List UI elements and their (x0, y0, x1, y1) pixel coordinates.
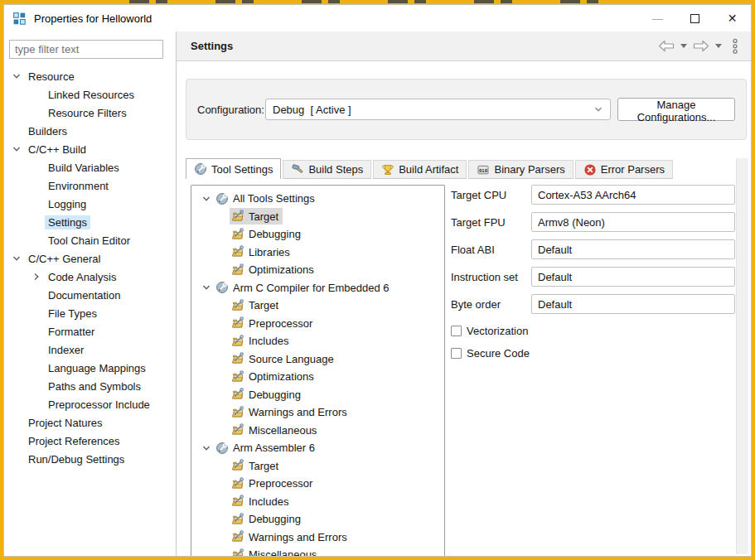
tool-tree-item[interactable]: Optimizations (191, 261, 444, 279)
target-form-fields: Target CPU Target FPU Float (451, 185, 755, 314)
sidebar-item[interactable]: Linked Resources (4, 85, 176, 104)
sidebar-item[interactable]: Preprocessor Include (4, 395, 176, 413)
sidebar-item-label: Tool Chain Editor (45, 234, 133, 248)
tool-tree-item-icon (231, 245, 244, 258)
close-button[interactable]: ✕ (714, 6, 751, 31)
tool-tree-item[interactable]: Target (191, 457, 444, 476)
form-field-input[interactable] (531, 185, 735, 205)
sidebar-item[interactable]: Resource Filters (4, 104, 176, 122)
expander-chevron-icon[interactable] (12, 253, 22, 263)
tool-tree-item[interactable]: Source Language (191, 350, 444, 369)
tool-tree-item[interactable]: Preprocessor (191, 475, 444, 493)
tool-tree-item-body: Debugging (230, 226, 305, 243)
back-dropdown-icon[interactable] (680, 44, 687, 48)
configuration-combo[interactable]: Debug [ Active ] (265, 99, 611, 120)
sidebar-item-label: Project References (25, 434, 123, 448)
tool-tree-item-body: Libraries (230, 244, 294, 260)
tool-tree-item[interactable]: Debugging (191, 386, 444, 404)
form-field-input[interactable] (531, 294, 735, 314)
sidebar-item-label: Project Natures (25, 416, 106, 430)
tool-tree-item[interactable]: Target (191, 208, 444, 226)
tool-tree-item[interactable]: All Tools Settings (191, 190, 444, 208)
tool-tree-item[interactable]: Warnings and Errors (191, 529, 444, 547)
checkbox[interactable] (451, 348, 462, 359)
tool-tree-item-label: Debugging (249, 389, 301, 401)
expander-chevron-icon[interactable] (201, 282, 211, 292)
settings-tab[interactable]: Binary Parsers (468, 160, 573, 179)
tool-tree-item[interactable]: Target (191, 297, 444, 315)
sidebar-item[interactable]: C/C++ Build (4, 140, 176, 158)
sidebar-item-label: Indexer (45, 343, 87, 357)
tool-tree-item[interactable]: Arm C Compiler for Embedded 6 (191, 279, 444, 297)
settings-tab[interactable]: Build Steps (283, 160, 371, 179)
sidebar-item[interactable]: Code Analysis (4, 268, 176, 286)
expander-chevron-icon[interactable] (31, 272, 41, 282)
vertical-scrollbar[interactable] (736, 158, 748, 554)
tab-label: Binary Parsers (494, 163, 564, 176)
sidebar-item[interactable]: Project Natures (4, 413, 176, 432)
sidebar-item[interactable]: Indexer (4, 340, 176, 359)
tool-tree-item-label: Miscellaneous (249, 424, 317, 437)
sidebar-item[interactable]: Paths and Symbols (4, 377, 176, 395)
sidebar-item[interactable]: C/C++ General (4, 249, 176, 268)
form-field-input[interactable] (531, 267, 735, 287)
expander-chevron-icon[interactable] (12, 71, 22, 81)
checkbox-row[interactable]: Secure Code (451, 344, 755, 363)
settings-tab[interactable]: Tool Settings (186, 158, 281, 179)
tool-tree-item[interactable]: Debugging (191, 225, 444, 244)
tool-tree-item[interactable]: Includes (191, 493, 444, 511)
sidebar-item[interactable]: Language Mappings (4, 359, 176, 377)
sidebar-item[interactable]: Formatter (4, 322, 176, 340)
dialog-body: Resource Linked Resources Resource Filte… (4, 31, 751, 556)
tool-tree-item-body: Target (230, 297, 283, 314)
tool-tree-item[interactable]: Preprocessor (191, 315, 444, 333)
tool-tree-item-label: Arm Assembler 6 (233, 442, 315, 454)
sidebar-item[interactable]: Settings (4, 213, 176, 231)
expander-chevron-icon[interactable] (201, 194, 211, 204)
minimize-button[interactable]: — (639, 6, 676, 31)
view-menu-icon[interactable] (731, 38, 739, 55)
sidebar-item[interactable]: Resource (4, 67, 176, 85)
tool-tree-item[interactable]: Miscellaneous (191, 422, 444, 440)
tool-tree-item[interactable]: Libraries (191, 244, 444, 262)
tab-label: Tool Settings (211, 163, 273, 176)
tool-tree-item[interactable]: Arm Assembler 6 (191, 439, 444, 457)
settings-tab[interactable]: Error Parsers (575, 160, 673, 179)
expander-chevron-icon[interactable] (12, 144, 22, 154)
filter-input[interactable] (9, 40, 163, 59)
tool-tree-item[interactable]: Optimizations (191, 368, 444, 386)
maximize-button[interactable] (676, 6, 714, 31)
sidebar-item[interactable]: Tool Chain Editor (4, 231, 176, 249)
tool-tree-item-body: Arm C Compiler for Embedded 6 (214, 279, 394, 296)
form-row: Target CPU (451, 185, 755, 205)
tool-tree-item-body: Miscellaneous (230, 547, 321, 556)
sidebar-item[interactable]: Project References (4, 432, 176, 450)
form-field-input[interactable] (531, 212, 735, 232)
checkbox-row[interactable]: Vectorization (451, 321, 755, 340)
forward-arrow-icon[interactable] (693, 40, 709, 52)
tool-settings-tree: All Tools Settings Target (191, 185, 445, 556)
sidebar-item[interactable]: Build Variables (4, 158, 176, 176)
sidebar-item[interactable]: File Types (4, 304, 176, 322)
checkbox[interactable] (451, 326, 462, 336)
form-field-input[interactable] (531, 239, 735, 259)
tool-tree-item[interactable]: Debugging (191, 510, 444, 529)
forward-dropdown-icon[interactable] (715, 44, 722, 48)
tool-tree-item[interactable]: Warnings and Errors (191, 403, 444, 422)
configuration-group: Configuration: Debug [ Active ] Manage C… (186, 79, 747, 140)
tool-tree-item[interactable]: Miscellaneous (191, 546, 444, 556)
combo-chevron-icon (593, 104, 603, 114)
sidebar-item[interactable]: Logging (4, 195, 176, 213)
back-arrow-icon[interactable] (658, 40, 675, 52)
tool-tree-item-icon (231, 388, 244, 401)
tool-tree-item-label: All Tools Settings (233, 192, 315, 205)
expander-chevron-icon[interactable] (201, 443, 211, 453)
settings-tab[interactable]: Build Artifact (373, 160, 467, 179)
sidebar-item[interactable]: Environment (4, 176, 176, 195)
sidebar-item[interactable]: Builders (4, 122, 176, 140)
tool-tree-item-label: Debugging (249, 513, 301, 525)
sidebar-item[interactable]: Documentation (4, 286, 176, 304)
manage-configurations-button[interactable]: Manage Configurations... (617, 98, 735, 121)
tool-tree-item[interactable]: Includes (191, 332, 444, 350)
sidebar-item[interactable]: Run/Debug Settings (4, 450, 176, 468)
